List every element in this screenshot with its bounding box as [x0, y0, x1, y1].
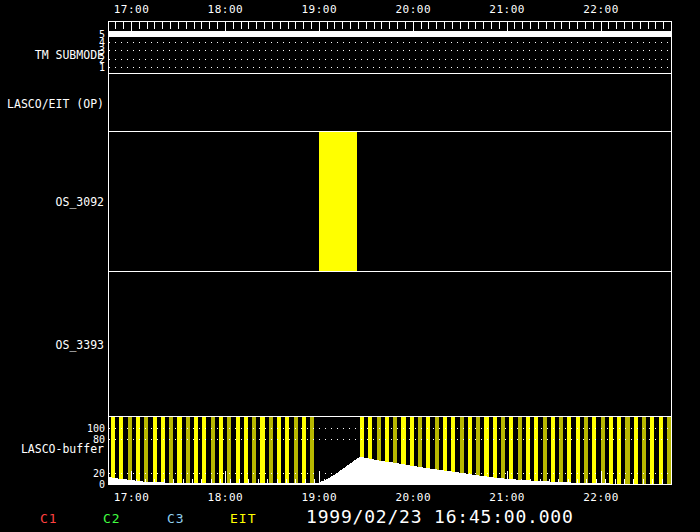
- bottom-hour-label: 18:00: [208, 491, 244, 504]
- exposure-stripe: [576, 417, 580, 484]
- exposure-stripe: [310, 417, 314, 484]
- exposure-stripe: [634, 417, 638, 484]
- row-label-lasco-eit-op: LASCO/EIT (OP): [0, 97, 104, 111]
- exposure-stripe: [294, 417, 298, 484]
- exposure-stripe: [559, 417, 563, 484]
- exposure-stripe: [202, 417, 206, 484]
- tm-submode-bar: [108, 31, 672, 37]
- legend-item-eit: EIT: [230, 511, 256, 526]
- bottom-hour-label: 21:00: [489, 491, 525, 504]
- exposure-stripe: [194, 417, 198, 484]
- exposure-stripe: [119, 417, 123, 484]
- top-hour-label: 22:00: [583, 3, 619, 16]
- exposure-stripe: [236, 417, 240, 484]
- tm-tick-label: 1: [0, 63, 105, 72]
- top-hour-label: 18:00: [208, 3, 244, 16]
- exposure-stripe: [186, 417, 190, 484]
- exposure-stripe: [285, 417, 289, 484]
- exposure-stripe: [617, 417, 621, 484]
- buffer-tick-label: 100: [0, 424, 105, 433]
- exposure-stripe: [567, 417, 571, 484]
- exposure-stripe: [501, 417, 505, 484]
- exposure-stripe: [526, 417, 530, 484]
- row-label-os-3092: OS_3092: [0, 195, 104, 209]
- exposure-stripe: [269, 417, 273, 484]
- top-hour-label: 20:00: [395, 3, 431, 16]
- exposure-stripe: [260, 417, 264, 484]
- exposure-stripe: [543, 417, 547, 484]
- exposure-stripe: [136, 417, 140, 484]
- top-hour-label: 17:00: [114, 3, 150, 16]
- exposure-stripe: [592, 417, 596, 484]
- os-3092-event-bar: [319, 132, 357, 271]
- legend-item-c1: C1: [40, 511, 58, 526]
- bottom-hour-label: 20:00: [395, 491, 431, 504]
- exposure-stripe: [227, 417, 231, 484]
- exposure-stripe: [534, 417, 538, 484]
- top-hour-label: 21:00: [489, 3, 525, 16]
- exposure-stripe: [551, 417, 555, 484]
- exposure-stripe: [277, 417, 281, 484]
- exposure-stripe: [493, 417, 497, 484]
- exposure-stripe: [484, 417, 488, 484]
- exposure-stripe: [211, 417, 215, 484]
- exposure-stripe: [476, 417, 480, 484]
- exposure-stripe: [642, 417, 646, 484]
- row-label-os-3393: OS_3393: [0, 338, 104, 352]
- bottom-hour-label: 17:00: [114, 491, 150, 504]
- buffer-tick-label: 20: [0, 469, 105, 478]
- exposure-stripe: [509, 417, 513, 484]
- exposure-stripe: [144, 417, 148, 484]
- exposure-stripe: [625, 417, 629, 484]
- legend-item-c2: C2: [103, 511, 121, 526]
- exposure-stripe: [153, 417, 157, 484]
- exposure-stripe: [244, 417, 248, 484]
- legend-item-c3: C3: [167, 511, 185, 526]
- lasco-eit-timeline-app: 17:0018:0019:0020:0021:0022:00 17:0018:0…: [0, 0, 700, 532]
- exposure-stripe: [111, 417, 115, 484]
- exposure-stripe: [177, 417, 181, 484]
- timeline-graphics: [0, 0, 700, 532]
- buffer-tick-label: 80: [0, 435, 105, 444]
- exposure-stripe: [219, 417, 223, 484]
- top-hour-label: 19:00: [302, 3, 338, 16]
- bottom-hour-label: 22:00: [583, 491, 619, 504]
- plot-frame: [108, 22, 672, 485]
- exposure-stripe: [302, 417, 306, 484]
- exposure-stripe: [609, 417, 613, 484]
- exposure-stripe: [659, 417, 663, 484]
- bottom-hour-label: 19:00: [302, 491, 338, 504]
- exposure-stripe: [650, 417, 654, 484]
- start-timestamp: 1999/02/23 16:45:00.000: [306, 506, 574, 527]
- exposure-stripe: [518, 417, 522, 484]
- exposure-stripe: [169, 417, 173, 484]
- exposure-stripe: [584, 417, 588, 484]
- exposure-stripe: [161, 417, 165, 484]
- exposure-stripe: [252, 417, 256, 484]
- exposure-stripe: [667, 417, 671, 484]
- buffer-tick-label: 0: [0, 480, 105, 489]
